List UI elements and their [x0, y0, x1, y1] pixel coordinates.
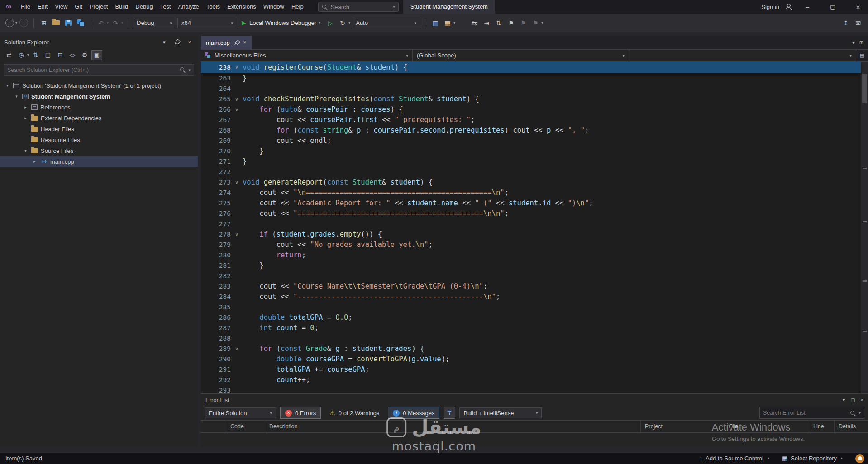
maximize-panel-icon[interactable]: ▢ [850, 397, 855, 403]
breakpoint-margin[interactable] [201, 219, 211, 229]
solution-search-box[interactable]: ▾ [4, 64, 194, 76]
fold-marker-icon[interactable]: ∨ [231, 104, 243, 115]
breakpoint-margin[interactable] [201, 115, 211, 125]
performance-profiler-button[interactable]: ▥ [430, 18, 441, 28]
code-line-290[interactable]: 290 double courseGPA = convertToGPA(g.va… [201, 354, 861, 365]
filter-button[interactable] [444, 407, 455, 419]
code-line-263[interactable]: 263} [201, 73, 861, 84]
collapsed-arrow-icon[interactable]: ▸ [32, 159, 38, 164]
error-column-project[interactable]: Project [641, 421, 725, 432]
breakpoint-margin[interactable] [201, 354, 211, 365]
breakpoint-margin[interactable] [201, 167, 211, 177]
tree-item-main-cpp[interactable]: ▸++main.cpp [0, 156, 198, 167]
hot-reload-button[interactable]: ↻ [337, 18, 348, 28]
code-line-278[interactable]: 278∨ if (student.grades.empty()) { [201, 229, 861, 240]
scrollbar-thumb[interactable] [862, 74, 867, 103]
global-search-box[interactable]: Search ▾ [318, 2, 399, 12]
solution-search-input[interactable] [7, 67, 177, 73]
error-provider-dropdown[interactable]: Build + IntelliSense ▾ [459, 407, 542, 418]
breakpoint-margin[interactable] [201, 312, 211, 323]
menu-window[interactable]: Window [260, 0, 288, 14]
code-line-273[interactable]: 273∨void generateReport(const Student& s… [201, 177, 861, 188]
code-line-293[interactable]: 293 [201, 385, 861, 393]
code-line-274[interactable]: 274 cout << "\n=========================… [201, 188, 861, 198]
expanded-arrow-icon[interactable]: ▾ [5, 83, 10, 88]
code-line-285[interactable]: 285 [201, 302, 861, 312]
code-line-286[interactable]: 286 double totalGPA = 0.0; [201, 312, 861, 323]
chevron-down-icon[interactable]: ▾ [15, 21, 17, 25]
panel-options-icon[interactable]: ▾ [843, 397, 845, 403]
breakpoint-margin[interactable] [201, 198, 211, 208]
format-document-button[interactable]: ⇥ [481, 18, 492, 28]
breakpoint-margin[interactable] [201, 250, 211, 260]
add-to-source-control-button[interactable]: ↑ Add to Source Control ▲ [700, 455, 770, 462]
menu-build[interactable]: Build [111, 0, 132, 14]
code-line-284[interactable]: 284 cout << "---------------------------… [201, 292, 861, 302]
undo-button[interactable]: ↶ [95, 18, 106, 28]
user-avatar-icon[interactable] [785, 3, 792, 10]
float-window-icon[interactable]: ⊞ [859, 40, 863, 46]
code-line-270[interactable]: 270 } [201, 146, 861, 156]
menu-analyze[interactable]: Analyze [174, 0, 202, 14]
code-line-287[interactable]: 287 int count = 0; [201, 323, 861, 333]
select-repository-button[interactable]: ▦ Select Repository ▲ [782, 455, 844, 462]
code-line-267[interactable]: 267 cout << coursePair.first << " prereq… [201, 115, 861, 125]
tree-item-references[interactable]: ▸References [0, 102, 198, 113]
code-line-272[interactable]: 272 [201, 167, 861, 177]
close-window-button[interactable]: × [848, 0, 868, 14]
error-search-box[interactable]: ▾ [759, 407, 864, 419]
code-line-269[interactable]: 269 cout << endl; [201, 136, 861, 146]
tab-main-cpp[interactable]: main.cpp × [201, 36, 252, 49]
properties-button[interactable]: ⚙ [79, 50, 90, 60]
tab-list-dropdown-icon[interactable]: ▾ [852, 40, 855, 46]
expanded-arrow-icon[interactable]: ▾ [14, 94, 19, 99]
collapsed-arrow-icon[interactable]: ▸ [23, 116, 29, 120]
solution-platform-dropdown[interactable]: x64 ▾ [177, 18, 237, 28]
tree-item-external-dependencies[interactable]: ▸External Dependencies [0, 113, 198, 123]
error-column-line[interactable]: Line [809, 421, 835, 432]
bookmark-button[interactable]: ⚑ [506, 18, 516, 28]
panel-splitter[interactable] [198, 36, 201, 447]
code-editor[interactable]: 263}264265∨void checkStudentPrerequisite… [201, 62, 868, 393]
code-line-291[interactable]: 291 totalGPA += courseGPA; [201, 365, 861, 375]
code-line-289[interactable]: 289∨ for (const Grade& g : student.grade… [201, 344, 861, 354]
code-line-271[interactable]: 271} [201, 156, 861, 167]
code-line-292[interactable]: 292 count++; [201, 375, 861, 385]
menu-git[interactable]: Git [71, 0, 86, 14]
code-line-266[interactable]: 266∨ for (auto& coursePair : courses) { [201, 104, 861, 115]
find-in-files-button[interactable]: ▦ [442, 18, 453, 28]
sign-in-button[interactable]: Sign in [761, 4, 779, 10]
solution-configuration-dropdown[interactable]: Debug ▾ [133, 18, 176, 28]
pending-changes-filter-button[interactable]: ◷ [16, 50, 27, 60]
start-without-debugging-button[interactable]: ▷ [325, 18, 336, 28]
error-scope-dropdown[interactable]: Entire Solution ▾ [205, 407, 276, 418]
sticky-code-line-238[interactable]: 238∨void registerCourse(Student& student… [201, 62, 861, 73]
breakpoint-margin[interactable] [201, 333, 211, 344]
fold-marker-icon[interactable]: ∨ [231, 94, 243, 104]
menu-debug[interactable]: Debug [132, 0, 156, 14]
show-all-files-button[interactable]: ▤ [43, 50, 53, 60]
pin-icon[interactable] [233, 38, 241, 47]
panel-options-icon[interactable]: ▾ [160, 38, 168, 46]
messages-filter-button[interactable]: i 0 Messages [388, 407, 439, 419]
fold-marker-icon[interactable]: ∨ [231, 62, 243, 73]
breakpoint-margin[interactable] [201, 177, 211, 188]
close-panel-icon[interactable]: × [186, 38, 194, 46]
code-line-264[interactable]: 264 [201, 84, 861, 94]
chevron-down-icon[interactable]: ▾ [319, 21, 320, 25]
breakpoint-margin[interactable] [201, 73, 211, 84]
scope-dropdown[interactable]: (Global Scope) ▾ [413, 50, 629, 61]
breakpoint-margin[interactable] [201, 136, 211, 146]
code-line-268[interactable]: 268 for (const string& p : coursePair.se… [201, 125, 861, 136]
next-bookmark-button[interactable]: ⚑ [530, 18, 541, 28]
navigate-backward-button[interactable]: ← [5, 19, 14, 27]
chevron-down-icon[interactable]: ▾ [393, 5, 395, 9]
chevron-down-icon[interactable]: ▾ [541, 21, 543, 25]
comment-lines-button[interactable]: ⇅ [493, 18, 504, 28]
preview-selected-items-button[interactable]: ▣ [91, 50, 102, 60]
code-line-276[interactable]: 276 cout << "===========================… [201, 208, 861, 219]
save-all-button[interactable] [75, 18, 86, 28]
split-window-icon[interactable]: ▤ [856, 50, 868, 61]
code-line-282[interactable]: 282 [201, 271, 861, 281]
breakpoint-margin[interactable] [201, 302, 211, 312]
